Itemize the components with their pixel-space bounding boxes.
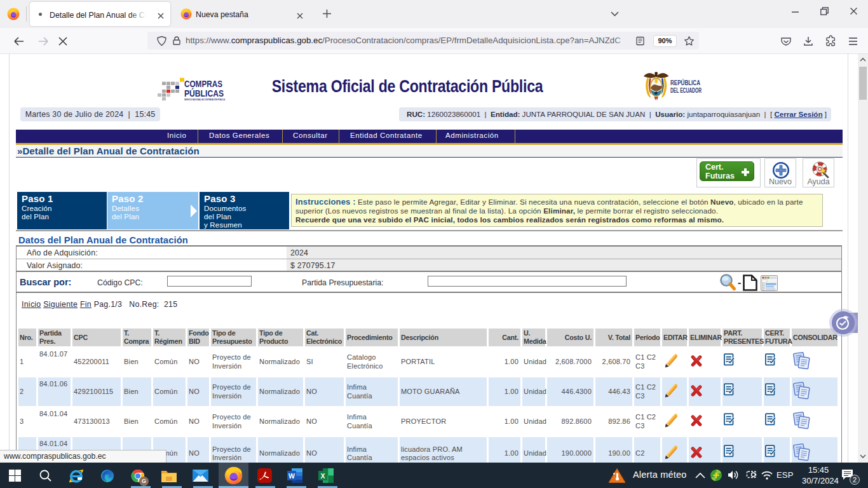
svg-text:X: X <box>320 472 325 480</box>
svg-text:DEL ECUADOR: DEL ECUADOR <box>670 87 702 94</box>
svg-text:W: W <box>288 472 295 480</box>
svg-text:REPÚBLICA: REPÚBLICA <box>670 79 700 86</box>
svg-text:PÚBLICAS: PÚBLICAS <box>184 88 224 98</box>
svg-text:SERVICIO NACIONAL DE CONTRATAC: SERVICIO NACIONAL DE CONTRATACIÓN PÚBLIC… <box>184 98 225 101</box>
